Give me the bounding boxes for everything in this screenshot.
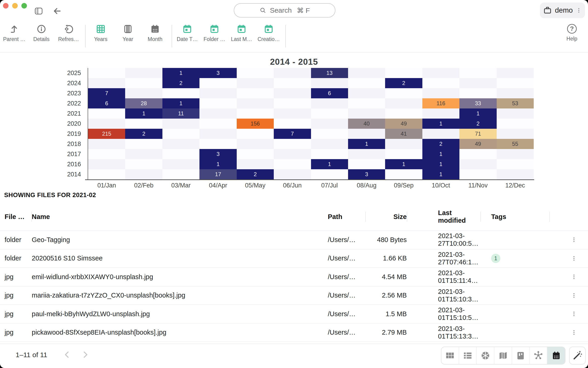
heatmap-cell-empty[interactable] [497, 78, 534, 88]
heatmap-cell[interactable]: 6 [311, 88, 348, 98]
heatmap-cell-empty[interactable] [459, 159, 496, 169]
view-calendar-button[interactable] [547, 347, 565, 364]
heatmap-cell[interactable]: 33 [459, 98, 496, 109]
heatmap-cell-empty[interactable] [162, 129, 200, 139]
back-arrow-icon[interactable] [53, 6, 62, 16]
heatmap-cell-empty[interactable] [200, 78, 237, 88]
toolbar-year-button[interactable]: Year [115, 24, 141, 42]
heatmap-cell-empty[interactable] [311, 139, 348, 149]
heatmap-cell-empty[interactable] [237, 149, 274, 159]
table-row[interactable]: folder Geo-Tagging /Users/… 480 Bytes 20… [0, 230, 588, 249]
table-row[interactable]: jpg pickawood-8SfXsep8EIA-unsplash[books… [0, 323, 588, 342]
heatmap-cell[interactable]: 1 [385, 159, 422, 169]
heatmap-cell-empty[interactable] [459, 169, 496, 179]
heatmap-cell-empty[interactable] [459, 68, 496, 78]
heatmap-cell-empty[interactable] [88, 78, 125, 88]
heatmap-cell-empty[interactable] [422, 68, 459, 78]
heatmap-cell-empty[interactable] [311, 129, 348, 139]
heatmap-cell[interactable]: 1 [348, 139, 385, 149]
heatmap-cell[interactable]: 49 [385, 119, 422, 129]
heatmap-cell[interactable]: 1 [422, 149, 459, 159]
heatmap-cell-empty[interactable] [385, 98, 422, 109]
heatmap-cell-empty[interactable] [125, 78, 162, 88]
heatmap-cell[interactable]: 11 [162, 109, 200, 119]
toolbar-refresh-button[interactable]: Refres… [56, 24, 81, 42]
heatmap-cell[interactable]: 71 [459, 129, 496, 139]
heatmap-cell-empty[interactable] [497, 109, 534, 119]
heatmap-cell-empty[interactable] [88, 169, 125, 179]
view-cluster-button[interactable] [530, 347, 547, 364]
view-shutter-button[interactable] [477, 347, 494, 364]
heatmap-cell-empty[interactable] [274, 139, 311, 149]
heatmap-cell-empty[interactable] [385, 68, 422, 78]
heatmap-cell[interactable]: 2 [162, 78, 200, 88]
heatmap-cell-empty[interactable] [162, 169, 200, 179]
row-menu-button[interactable] [550, 255, 583, 262]
heatmap-cell-empty[interactable] [237, 68, 274, 78]
heatmap-cell-empty[interactable] [497, 88, 534, 98]
heatmap-cell-empty[interactable] [125, 68, 162, 78]
heatmap-cell-empty[interactable] [125, 88, 162, 98]
heatmap-cell-empty[interactable] [497, 119, 534, 129]
previous-page-button[interactable] [62, 350, 72, 359]
table-row[interactable]: folder 20200516 S10 Simssee /Users/… 1.6… [0, 249, 588, 267]
heatmap-cell-empty[interactable] [348, 88, 385, 98]
heatmap-cell[interactable]: 2 [237, 169, 274, 179]
toolbar-help-button[interactable]: ? Help [559, 24, 585, 42]
heatmap-cell-empty[interactable] [385, 88, 422, 98]
search-input[interactable]: Search ⌘ F [234, 3, 335, 18]
heatmap-cell[interactable]: 3 [348, 169, 385, 179]
toolbar-details-button[interactable]: Details [28, 24, 54, 42]
heatmap-cell-empty[interactable] [497, 68, 534, 78]
row-menu-button[interactable] [550, 292, 583, 299]
heatmap-cell-empty[interactable] [311, 169, 348, 179]
heatmap-cell-empty[interactable] [497, 159, 534, 169]
heatmap-cell-empty[interactable] [237, 159, 274, 169]
heatmap-cell[interactable]: 7 [274, 129, 311, 139]
heatmap-cell[interactable]: 116 [422, 98, 459, 109]
minimize-window-button[interactable] [12, 3, 18, 9]
heatmap-cell-empty[interactable] [274, 149, 311, 159]
workspace-menu-icon[interactable] [576, 6, 582, 14]
heatmap-cell-empty[interactable] [237, 78, 274, 88]
heatmap-cell[interactable]: 3 [200, 68, 237, 78]
heatmap-cell-empty[interactable] [459, 78, 496, 88]
heatmap-cell[interactable]: 1 [200, 159, 237, 169]
header-path[interactable]: Path [328, 208, 366, 225]
toolbar-date-taken-button[interactable]: Date T… [174, 24, 200, 42]
heatmap-cell[interactable]: 7 [88, 88, 125, 98]
close-window-button[interactable] [3, 3, 9, 9]
heatmap-cell-empty[interactable] [274, 169, 311, 179]
heatmap-cell-empty[interactable] [385, 169, 422, 179]
header-last-modified[interactable]: Last modified [407, 208, 481, 225]
heatmap-cell[interactable]: 17 [200, 169, 237, 179]
zoom-window-button[interactable] [21, 3, 27, 9]
heatmap-cell[interactable]: 2 [125, 129, 162, 139]
header-file-type[interactable]: File … [5, 208, 32, 225]
next-page-button[interactable] [80, 350, 90, 359]
heatmap-cell-empty[interactable] [125, 119, 162, 129]
table-row[interactable]: jpg paul-melki-bByhWydZLW0-unsplash.jpg … [0, 304, 588, 323]
tag-badge[interactable]: 1 [491, 254, 500, 263]
heatmap-cell[interactable]: 2 [459, 119, 496, 129]
heatmap-cell-empty[interactable] [88, 68, 125, 78]
heatmap-cell-empty[interactable] [162, 119, 200, 129]
heatmap-cell-empty[interactable] [348, 129, 385, 139]
heatmap-cell-empty[interactable] [274, 109, 311, 119]
table-row[interactable]: jpg mariia-zakatiura-t7zYZzO_CX0-unsplas… [0, 286, 588, 305]
heatmap-cell[interactable]: 55 [497, 139, 534, 149]
magic-wand-button[interactable] [569, 347, 586, 365]
heatmap-cell-empty[interactable] [348, 149, 385, 159]
heatmap-cell-empty[interactable] [200, 139, 237, 149]
heatmap-cell[interactable]: 41 [385, 129, 422, 139]
heatmap-cell-empty[interactable] [311, 78, 348, 88]
view-kanban-button[interactable] [512, 347, 530, 364]
heatmap-cell[interactable]: 49 [459, 139, 496, 149]
heatmap-cell-empty[interactable] [459, 88, 496, 98]
heatmap-cell-empty[interactable] [237, 88, 274, 98]
row-menu-button[interactable] [550, 273, 583, 281]
heatmap-cell-empty[interactable] [125, 149, 162, 159]
heatmap-cell[interactable]: 2 [422, 139, 459, 149]
heatmap-cell-empty[interactable] [422, 88, 459, 98]
heatmap-cell-empty[interactable] [162, 88, 200, 98]
